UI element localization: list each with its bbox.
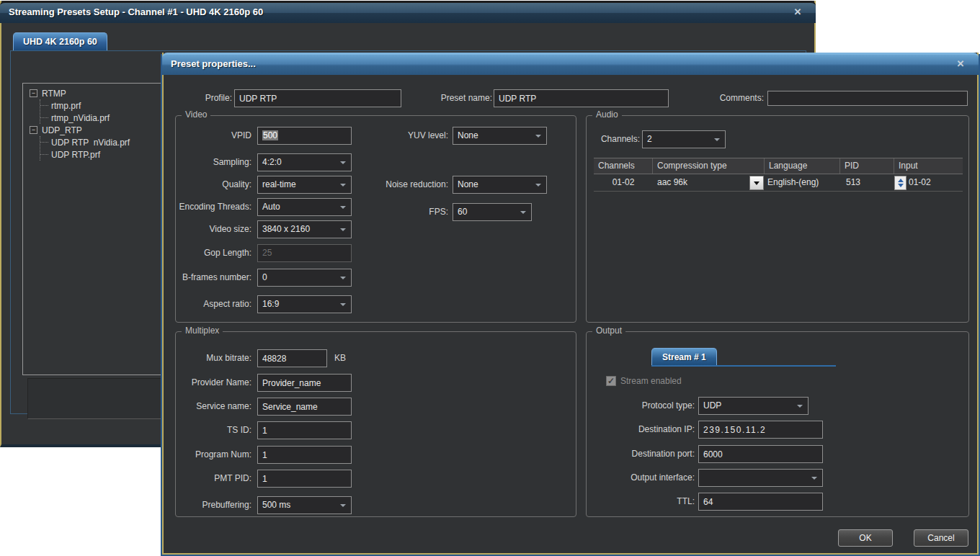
main-window-title: Streaming Presets Setup - Channel #1 - U… xyxy=(9,6,263,17)
ts-id-label: TS ID: xyxy=(176,421,251,439)
tree-item-udp-rtp-prf[interactable]: UDP RTP.prf xyxy=(40,148,168,161)
stream-enabled-label: Stream enabled xyxy=(620,372,682,390)
dropdown-arrow-icon xyxy=(340,277,346,279)
comments-field[interactable] xyxy=(767,91,968,106)
yuv-level-label: YUV level: xyxy=(342,127,448,145)
aspect-ratio-select[interactable]: 16:9 xyxy=(257,295,352,313)
tree-node-rtmp: − RTMP rtmp.prf rtmp_nVidia.prf xyxy=(30,87,168,124)
tree-node-rtmp-row[interactable]: − RTMP xyxy=(30,87,168,99)
tree-item-rtmp-nvidia-prf[interactable]: rtmp_nVidia.prf xyxy=(40,112,168,124)
ok-button[interactable]: OK xyxy=(838,529,893,547)
comments-label: Comments: xyxy=(700,89,764,107)
pmt-pid-label: PMT PID: xyxy=(176,470,251,488)
profile-label: Profile: xyxy=(164,89,232,107)
cell-language[interactable]: English-(eng) xyxy=(765,174,840,191)
quality-select[interactable]: real-time xyxy=(257,176,352,194)
provider-name-label: Provider Name: xyxy=(176,374,251,392)
ttl-label: TTL: xyxy=(590,493,695,511)
vpid-label: VPID xyxy=(176,127,251,145)
collapse-icon[interactable]: − xyxy=(30,89,37,97)
dropdown-arrow-icon xyxy=(714,138,720,141)
provider-name-field[interactable] xyxy=(257,374,352,392)
b-frames-label: B-frames number: xyxy=(176,269,251,287)
multiplex-group: Multiplex Mux bitrate: KB Provider Name:… xyxy=(175,331,576,517)
prebuffering-label: Prebuffering: xyxy=(176,496,251,514)
protocol-type-select[interactable]: UDP xyxy=(698,397,808,415)
output-group-title: Output xyxy=(592,326,625,336)
stream-tab-underline xyxy=(651,365,836,367)
dropdown-arrow-icon xyxy=(535,184,541,187)
encoding-threads-select[interactable]: Auto xyxy=(257,198,352,216)
input-spinner[interactable] xyxy=(894,176,906,190)
cancel-button[interactable]: Cancel xyxy=(914,529,968,547)
cell-input: 01-02 xyxy=(894,174,963,191)
preset-name-field[interactable] xyxy=(494,89,669,107)
dropdown-arrow-icon xyxy=(797,405,803,408)
spinner-up-icon xyxy=(898,179,904,182)
audio-channels-label: Channels: xyxy=(587,130,640,148)
output-interface-label: Output interface: xyxy=(590,469,695,487)
prebuffering-select[interactable]: 500 ms xyxy=(257,496,352,514)
tree-item-udp-rtp-nvidia-prf[interactable]: UDP RTP nVidia.prf xyxy=(40,136,168,148)
fps-label: FPS: xyxy=(342,203,448,221)
preset-properties-dialog: Preset properties... ✕ Profile: Preset n… xyxy=(162,53,979,555)
vpid-field[interactable]: 500 xyxy=(257,127,352,145)
tree-item-rtmp-prf[interactable]: rtmp.prf xyxy=(40,99,168,112)
gop-length-label: Gop Length: xyxy=(176,244,251,262)
ts-id-field[interactable] xyxy=(257,421,352,439)
destination-port-field[interactable] xyxy=(698,445,823,463)
video-size-label: Video size: xyxy=(176,220,251,238)
mux-bitrate-field[interactable] xyxy=(257,349,327,367)
col-language: Language xyxy=(765,158,840,174)
fps-select[interactable]: 60 xyxy=(453,203,532,221)
audio-channels-select[interactable]: 2 xyxy=(642,130,726,148)
noise-reduction-select[interactable]: None xyxy=(453,176,547,194)
collapse-icon[interactable]: − xyxy=(30,126,37,134)
col-compression-type: Compression type xyxy=(653,158,765,174)
compression-dropdown-button[interactable] xyxy=(749,176,764,190)
tab-stream-1[interactable]: Stream # 1 xyxy=(651,348,717,366)
sampling-select[interactable]: 4:2:0 xyxy=(257,153,352,171)
dropdown-arrow-icon xyxy=(340,303,346,306)
dropdown-arrow-icon xyxy=(340,504,346,507)
tab-uhd-4k-2160p-60[interactable]: UHD 4K 2160p 60 xyxy=(13,32,107,50)
tree-node-udp-rtp: − UDP_RTP UDP RTP nVidia.prf UDP RTP.prf xyxy=(30,124,168,161)
output-interface-select[interactable] xyxy=(698,469,823,487)
mux-bitrate-label: Mux bitrate: xyxy=(176,349,251,367)
tree-node-udp-rtp-row[interactable]: − UDP_RTP xyxy=(30,124,168,136)
ttl-field[interactable] xyxy=(698,493,823,511)
dropdown-arrow-icon xyxy=(340,228,346,231)
b-frames-select[interactable]: 0 xyxy=(257,269,352,287)
video-group-title: Video xyxy=(182,109,210,120)
dropdown-arrow-icon xyxy=(754,181,760,185)
destination-ip-field[interactable] xyxy=(698,421,823,439)
audio-group: Audio Channels: 2 Channels Compression t… xyxy=(586,115,969,323)
pmt-pid-field[interactable] xyxy=(257,470,352,488)
profile-field[interactable] xyxy=(234,89,401,107)
preset-name-label: Preset name: xyxy=(423,89,492,107)
gop-length-field: 25 xyxy=(257,244,352,262)
audio-table-row: 01-02 aac 96k English-(eng) 513 01-02 xyxy=(594,174,963,192)
tab-label: UHD 4K 2160p 60 xyxy=(23,37,97,47)
output-group: Output Stream # 1 ✓ Stream enabled Proto… xyxy=(586,331,969,517)
main-window-titlebar: Streaming Presets Setup - Channel #1 - U… xyxy=(0,1,816,23)
aspect-ratio-label: Aspect ratio: xyxy=(176,295,251,313)
protocol-type-label: Protocol type: xyxy=(590,397,695,415)
program-num-field[interactable] xyxy=(257,446,352,464)
audio-table-header: Channels Compression type Language PID I… xyxy=(594,158,963,174)
dialog-title: Preset properties... xyxy=(171,58,256,69)
col-input: Input xyxy=(894,158,963,174)
service-name-label: Service name: xyxy=(176,398,251,416)
stream-enabled-checkbox[interactable]: ✓ xyxy=(606,376,616,386)
tree-item-label: rtmp.prf xyxy=(51,101,81,111)
cell-pid[interactable]: 513 xyxy=(840,174,894,191)
destination-port-label: Destination port: xyxy=(590,445,695,463)
quality-label: Quality: xyxy=(176,176,251,194)
col-pid: PID xyxy=(840,158,894,174)
service-name-field[interactable] xyxy=(257,398,352,416)
video-group: Video VPID 500 Sampling: 4:2:0 Quality: … xyxy=(175,115,576,323)
video-size-select[interactable]: 3840 x 2160 xyxy=(257,220,352,238)
main-window-close-icon[interactable]: ✕ xyxy=(791,6,804,19)
yuv-level-select[interactable]: None xyxy=(453,127,547,145)
dialog-close-icon[interactable]: ✕ xyxy=(954,58,967,71)
